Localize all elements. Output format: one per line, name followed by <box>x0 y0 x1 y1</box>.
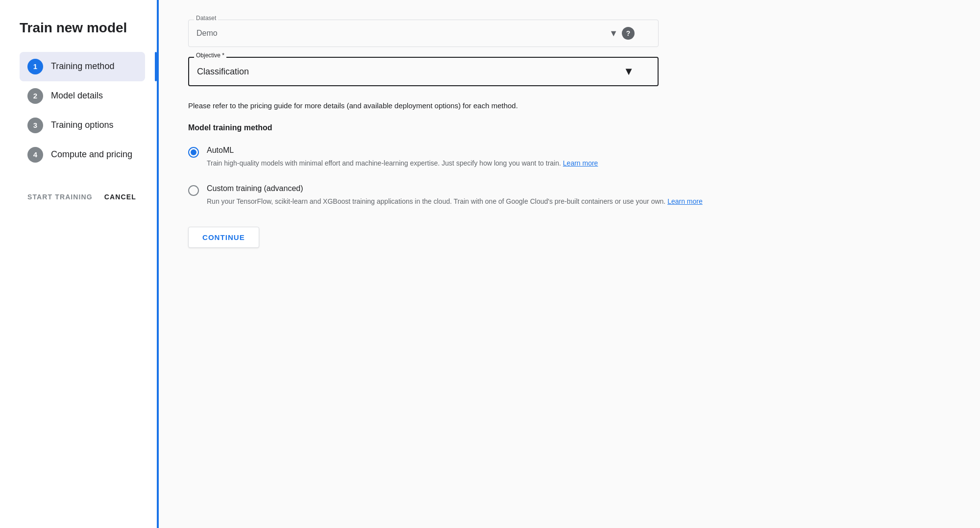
sidebar-item-model-details[interactable]: 2 Model details <box>20 81 145 111</box>
step-label-1: Training method <box>51 61 114 72</box>
cancel-button[interactable]: CANCEL <box>104 189 136 205</box>
sidebar-item-compute-pricing[interactable]: 4 Compute and pricing <box>20 140 145 169</box>
custom-desc: Run your TensorFlow, scikit-learn and XG… <box>207 196 941 207</box>
automl-learn-more-link[interactable]: Learn more <box>563 159 598 167</box>
step-number-1: 1 <box>27 59 43 74</box>
custom-training-option[interactable]: Custom training (advanced) Run your Tens… <box>188 184 941 207</box>
objective-dropdown-arrow-icon[interactable]: ▼ <box>623 65 634 78</box>
step-label-2: Model details <box>51 91 103 101</box>
step-label-4: Compute and pricing <box>51 149 132 160</box>
automl-desc: Train high-quality models with minimal e… <box>207 158 941 168</box>
dataset-field-wrapper: Dataset Demo ▼ ? <box>188 20 941 47</box>
step-number-2: 2 <box>27 88 43 104</box>
steps-container: 1 Training method 2 Model details 3 Trai… <box>20 52 145 169</box>
sidebar-item-training-options[interactable]: 3 Training options <box>20 111 145 140</box>
objective-value: Classification <box>197 67 249 77</box>
info-text: Please refer to the pricing guide for mo… <box>188 100 639 112</box>
custom-learn-more-link[interactable]: Learn more <box>667 197 703 205</box>
dataset-value: Demo <box>196 29 218 38</box>
main-content: Dataset Demo ▼ ? Objective * Classificat… <box>159 0 980 528</box>
objective-label: Objective * <box>194 52 226 59</box>
automl-radio-inner <box>191 149 196 155</box>
help-icon[interactable]: ? <box>622 27 635 40</box>
sidebar-actions: START TRAINING CANCEL <box>20 189 145 205</box>
continue-button[interactable]: CONTINUE <box>188 227 259 248</box>
sidebar: Train new model 1 Training method 2 Mode… <box>0 0 157 528</box>
custom-content: Custom training (advanced) Run your Tens… <box>207 184 941 207</box>
active-step-indicator <box>155 52 157 81</box>
page-title: Train new model <box>20 20 145 36</box>
automl-content: AutoML Train high-quality models with mi… <box>207 146 941 168</box>
custom-radio[interactable] <box>188 185 199 196</box>
custom-title: Custom training (advanced) <box>207 184 941 193</box>
model-training-method-section: Model training method AutoML Train high-… <box>188 123 941 207</box>
automl-title: AutoML <box>207 146 941 155</box>
objective-field-wrapper: Objective * Classification ▼ <box>188 57 941 86</box>
section-title: Model training method <box>188 123 941 132</box>
dataset-dropdown-arrow-icon[interactable]: ▼ <box>609 28 618 39</box>
step-label-3: Training options <box>51 120 113 130</box>
dataset-select[interactable]: Demo ▼ ? <box>188 20 659 47</box>
automl-option[interactable]: AutoML Train high-quality models with mi… <box>188 146 941 168</box>
sidebar-item-training-method[interactable]: 1 Training method <box>20 52 145 81</box>
step-number-4: 4 <box>27 147 43 163</box>
automl-radio[interactable] <box>188 147 199 158</box>
dataset-label: Dataset <box>194 15 218 22</box>
start-training-button[interactable]: START TRAINING <box>27 189 93 205</box>
objective-select[interactable]: Classification ▼ <box>188 57 659 86</box>
step-number-3: 3 <box>27 118 43 133</box>
dataset-icons: ▼ ? <box>609 27 635 40</box>
